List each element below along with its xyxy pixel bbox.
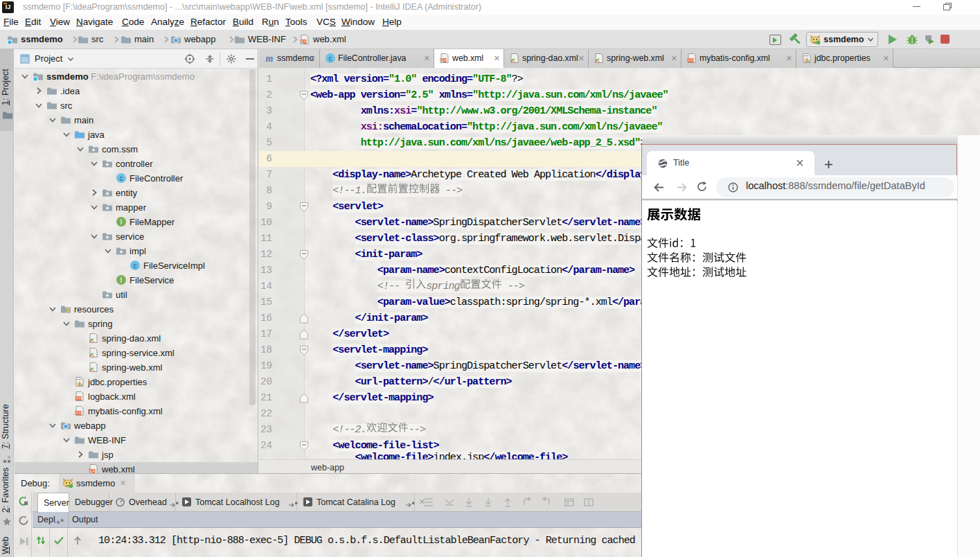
svg-text:I: I bbox=[121, 218, 123, 226]
svg-text:<>: <> bbox=[595, 60, 600, 64]
svg-text:<>: <> bbox=[510, 60, 516, 64]
svg-text:<>: <> bbox=[89, 354, 95, 359]
svg-text:<>: <> bbox=[75, 396, 81, 401]
svg-text:c: c bbox=[120, 175, 123, 182]
svg-text:c: c bbox=[134, 262, 137, 269]
svg-text:c: c bbox=[329, 55, 332, 62]
svg-text:<>: <> bbox=[75, 411, 81, 416]
svg-text:I: I bbox=[121, 276, 123, 284]
svg-text:<>: <> bbox=[89, 369, 95, 373]
svg-text:<>: <> bbox=[688, 58, 693, 63]
svg-text:<>: <> bbox=[89, 339, 95, 344]
svg-text:m: m bbox=[266, 53, 274, 64]
